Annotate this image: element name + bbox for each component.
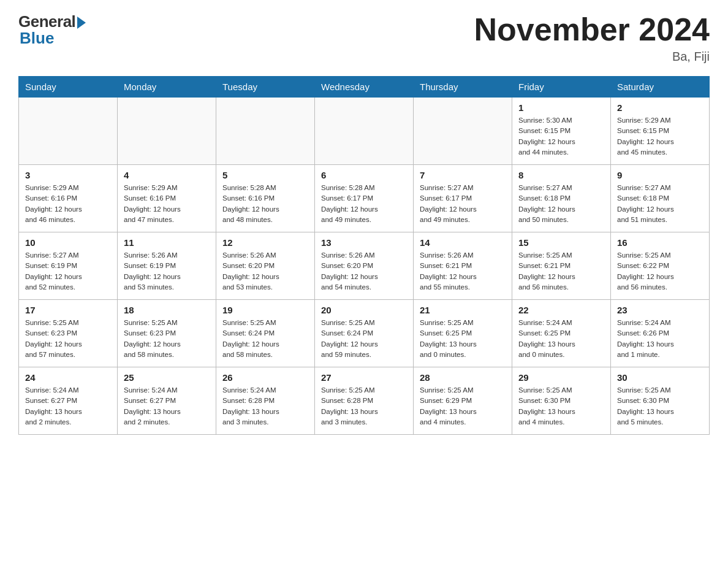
calendar-cell (414, 98, 512, 165)
calendar-week-4: 17Sunrise: 5:25 AMSunset: 6:23 PMDayligh… (19, 300, 710, 367)
day-info: Sunrise: 5:24 AMSunset: 6:27 PMDaylight:… (25, 385, 111, 427)
day-number: 7 (420, 170, 506, 180)
calendar-cell: 17Sunrise: 5:25 AMSunset: 6:23 PMDayligh… (19, 300, 118, 367)
day-info: Sunrise: 5:25 AMSunset: 6:29 PMDaylight:… (420, 385, 506, 427)
day-number: 12 (222, 237, 308, 248)
day-info: Sunrise: 5:27 AMSunset: 6:18 PMDaylight:… (518, 183, 604, 225)
day-info: Sunrise: 5:28 AMSunset: 6:16 PMDaylight:… (222, 183, 308, 225)
logo: General Blue (18, 12, 86, 48)
calendar-cell: 5Sunrise: 5:28 AMSunset: 6:16 PMDaylight… (216, 165, 315, 232)
calendar-cell (216, 98, 315, 165)
calendar-cell: 23Sunrise: 5:24 AMSunset: 6:26 PMDayligh… (611, 300, 710, 367)
day-number: 4 (124, 170, 210, 180)
day-number: 26 (222, 372, 308, 383)
calendar-cell: 4Sunrise: 5:29 AMSunset: 6:16 PMDaylight… (118, 165, 216, 232)
weekday-header-tuesday: Tuesday (216, 77, 315, 98)
calendar-cell: 7Sunrise: 5:27 AMSunset: 6:17 PMDaylight… (414, 165, 512, 232)
day-info: Sunrise: 5:25 AMSunset: 6:28 PMDaylight:… (321, 385, 407, 427)
day-info: Sunrise: 5:29 AMSunset: 6:15 PMDaylight:… (617, 115, 703, 158)
calendar-cell (19, 98, 118, 165)
day-number: 11 (124, 237, 210, 248)
calendar-cell (315, 98, 414, 165)
calendar-cell: 9Sunrise: 5:27 AMSunset: 6:18 PMDaylight… (611, 165, 710, 232)
calendar-cell: 19Sunrise: 5:25 AMSunset: 6:24 PMDayligh… (216, 300, 315, 367)
location-label: Ba, Fiji (474, 50, 710, 64)
day-number: 30 (617, 372, 703, 383)
calendar-cell: 24Sunrise: 5:24 AMSunset: 6:27 PMDayligh… (19, 367, 118, 435)
day-number: 23 (617, 305, 703, 315)
day-info: Sunrise: 5:25 AMSunset: 6:25 PMDaylight:… (420, 318, 506, 360)
calendar-cell: 2Sunrise: 5:29 AMSunset: 6:15 PMDaylight… (611, 98, 710, 165)
calendar-cell: 16Sunrise: 5:25 AMSunset: 6:22 PMDayligh… (611, 232, 710, 300)
day-info: Sunrise: 5:24 AMSunset: 6:28 PMDaylight:… (222, 385, 308, 427)
day-number: 21 (420, 305, 506, 315)
day-info: Sunrise: 5:25 AMSunset: 6:30 PMDaylight:… (518, 385, 604, 427)
month-title: November 2024 (474, 12, 710, 47)
calendar-cell: 12Sunrise: 5:26 AMSunset: 6:20 PMDayligh… (216, 232, 315, 300)
day-info: Sunrise: 5:29 AMSunset: 6:16 PMDaylight:… (25, 183, 111, 225)
day-number: 19 (222, 305, 308, 315)
weekday-header-monday: Monday (118, 77, 216, 98)
calendar-cell: 15Sunrise: 5:25 AMSunset: 6:21 PMDayligh… (512, 232, 611, 300)
day-number: 14 (420, 237, 506, 248)
calendar-cell: 22Sunrise: 5:24 AMSunset: 6:25 PMDayligh… (512, 300, 611, 367)
day-number: 20 (321, 305, 407, 315)
day-info: Sunrise: 5:24 AMSunset: 6:26 PMDaylight:… (617, 318, 703, 360)
day-number: 13 (321, 237, 407, 248)
weekday-header-saturday: Saturday (611, 77, 710, 98)
calendar-cell (118, 98, 216, 165)
day-info: Sunrise: 5:27 AMSunset: 6:19 PMDaylight:… (25, 250, 111, 293)
calendar-week-1: 1Sunrise: 5:30 AMSunset: 6:15 PMDaylight… (19, 98, 710, 165)
calendar-cell: 6Sunrise: 5:28 AMSunset: 6:17 PMDaylight… (315, 165, 414, 232)
title-block: November 2024 Ba, Fiji (474, 12, 710, 64)
day-number: 29 (518, 372, 604, 383)
day-number: 18 (124, 305, 210, 315)
weekday-header-friday: Friday (512, 77, 611, 98)
day-number: 8 (518, 170, 604, 180)
calendar-cell: 18Sunrise: 5:25 AMSunset: 6:23 PMDayligh… (118, 300, 216, 367)
calendar-week-5: 24Sunrise: 5:24 AMSunset: 6:27 PMDayligh… (19, 367, 710, 435)
day-info: Sunrise: 5:26 AMSunset: 6:20 PMDaylight:… (222, 250, 308, 293)
page-header: General Blue November 2024 Ba, Fiji (18, 12, 710, 64)
day-info: Sunrise: 5:28 AMSunset: 6:17 PMDaylight:… (321, 183, 407, 225)
day-info: Sunrise: 5:25 AMSunset: 6:22 PMDaylight:… (617, 250, 703, 293)
calendar-cell: 11Sunrise: 5:26 AMSunset: 6:19 PMDayligh… (118, 232, 216, 300)
day-number: 10 (25, 237, 111, 248)
day-number: 16 (617, 237, 703, 248)
calendar-cell: 13Sunrise: 5:26 AMSunset: 6:20 PMDayligh… (315, 232, 414, 300)
day-info: Sunrise: 5:25 AMSunset: 6:21 PMDaylight:… (518, 250, 604, 293)
day-info: Sunrise: 5:25 AMSunset: 6:23 PMDaylight:… (124, 318, 210, 360)
day-number: 25 (124, 372, 210, 383)
day-number: 27 (321, 372, 407, 383)
day-number: 3 (25, 170, 111, 180)
day-info: Sunrise: 5:26 AMSunset: 6:19 PMDaylight:… (124, 250, 210, 293)
day-info: Sunrise: 5:24 AMSunset: 6:27 PMDaylight:… (124, 385, 210, 427)
calendar-cell: 26Sunrise: 5:24 AMSunset: 6:28 PMDayligh… (216, 367, 315, 435)
calendar-cell: 30Sunrise: 5:25 AMSunset: 6:30 PMDayligh… (611, 367, 710, 435)
calendar-cell: 8Sunrise: 5:27 AMSunset: 6:18 PMDaylight… (512, 165, 611, 232)
calendar-cell: 3Sunrise: 5:29 AMSunset: 6:16 PMDaylight… (19, 165, 118, 232)
day-info: Sunrise: 5:24 AMSunset: 6:25 PMDaylight:… (518, 318, 604, 360)
weekday-header-row: SundayMondayTuesdayWednesdayThursdayFrid… (19, 77, 710, 98)
day-number: 17 (25, 305, 111, 315)
calendar-cell: 29Sunrise: 5:25 AMSunset: 6:30 PMDayligh… (512, 367, 611, 435)
weekday-header-sunday: Sunday (19, 77, 118, 98)
calendar-cell: 14Sunrise: 5:26 AMSunset: 6:21 PMDayligh… (414, 232, 512, 300)
weekday-header-wednesday: Wednesday (315, 77, 414, 98)
logo-arrow-icon (77, 17, 86, 29)
day-info: Sunrise: 5:25 AMSunset: 6:30 PMDaylight:… (617, 385, 703, 427)
calendar-cell: 25Sunrise: 5:24 AMSunset: 6:27 PMDayligh… (118, 367, 216, 435)
calendar-cell: 20Sunrise: 5:25 AMSunset: 6:24 PMDayligh… (315, 300, 414, 367)
day-number: 15 (518, 237, 604, 248)
day-number: 6 (321, 170, 407, 180)
day-number: 1 (518, 102, 604, 113)
calendar-cell: 21Sunrise: 5:25 AMSunset: 6:25 PMDayligh… (414, 300, 512, 367)
day-info: Sunrise: 5:25 AMSunset: 6:24 PMDaylight:… (222, 318, 308, 360)
day-info: Sunrise: 5:30 AMSunset: 6:15 PMDaylight:… (518, 115, 604, 158)
day-info: Sunrise: 5:26 AMSunset: 6:20 PMDaylight:… (321, 250, 407, 293)
day-info: Sunrise: 5:29 AMSunset: 6:16 PMDaylight:… (124, 183, 210, 225)
day-info: Sunrise: 5:25 AMSunset: 6:24 PMDaylight:… (321, 318, 407, 360)
calendar-cell: 1Sunrise: 5:30 AMSunset: 6:15 PMDaylight… (512, 98, 611, 165)
calendar-cell: 28Sunrise: 5:25 AMSunset: 6:29 PMDayligh… (414, 367, 512, 435)
calendar-cell: 27Sunrise: 5:25 AMSunset: 6:28 PMDayligh… (315, 367, 414, 435)
